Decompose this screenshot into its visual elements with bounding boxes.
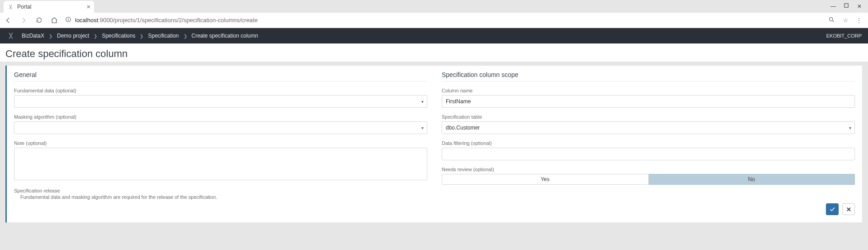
chevron-right-icon: ❯ xyxy=(140,34,143,38)
masking-algorithm-select[interactable] xyxy=(14,121,427,134)
nav-forward-icon xyxy=(19,16,28,25)
app-navbar: BizDataX ❯ Demo project ❯ Specifications… xyxy=(0,28,868,43)
breadcrumb-item[interactable]: Specifications xyxy=(102,33,135,39)
field-data-filtering: Data filtering (optional) xyxy=(442,140,855,160)
zoom-icon[interactable] xyxy=(828,16,835,24)
section-divider xyxy=(14,81,427,82)
field-column-name: Column name xyxy=(442,88,855,108)
section-divider xyxy=(442,81,855,82)
section-scope: Specification column scope Column name S… xyxy=(434,71,862,200)
needs-review-no[interactable]: No xyxy=(649,174,855,185)
field-label: Note (optional) xyxy=(14,140,427,146)
check-icon xyxy=(829,206,835,212)
address-bar[interactable]: localhost:9000/projects/1/specifications… xyxy=(65,16,822,24)
browser-toolbar: localhost:9000/projects/1/specifications… xyxy=(0,13,868,28)
chevron-right-icon: ❯ xyxy=(184,34,187,38)
section-title-general: General xyxy=(14,71,427,78)
fundamental-data-select[interactable] xyxy=(14,95,427,108)
window-minimize-icon[interactable]: — xyxy=(830,3,836,10)
browser-tab[interactable]: Portal × xyxy=(4,1,94,13)
breadcrumb-item[interactable]: Demo project xyxy=(57,33,89,39)
specification-release-body: Fundamental data and masking algorithm a… xyxy=(20,194,427,200)
url-host: localhost xyxy=(75,17,98,24)
needs-review-toggle: Yes No xyxy=(442,174,855,185)
field-masking-algorithm: Masking algorithm (optional) ▾ xyxy=(14,114,427,134)
tab-close-icon[interactable]: × xyxy=(87,3,90,10)
svg-point-3 xyxy=(68,18,68,18)
tab-title: Portal xyxy=(17,4,83,10)
window-close-icon[interactable]: ✕ xyxy=(857,3,862,10)
breadcrumb-brand[interactable]: BizDataX xyxy=(22,33,44,39)
bookmark-star-icon[interactable]: ☆ xyxy=(843,17,848,24)
browser-menu-icon[interactable]: ⋮ xyxy=(856,17,862,24)
window-controls: — ✕ xyxy=(830,0,868,13)
specification-table-select[interactable] xyxy=(442,121,855,134)
page-header: Create specification column xyxy=(0,43,868,62)
column-name-input[interactable] xyxy=(442,95,855,108)
nav-home-icon[interactable] xyxy=(50,16,59,25)
nav-back-icon[interactable] xyxy=(4,16,13,25)
chevron-right-icon: ❯ xyxy=(94,34,97,38)
field-fundamental-data: Fundamental data (optional) ▾ xyxy=(14,88,427,108)
needs-review-yes[interactable]: Yes xyxy=(442,174,649,185)
confirm-button[interactable] xyxy=(826,203,839,215)
window-maximize-icon[interactable] xyxy=(844,3,849,10)
svg-line-5 xyxy=(832,20,834,22)
nav-reload-icon[interactable] xyxy=(34,16,43,25)
tenant-label[interactable]: EKOBIT_CORP xyxy=(826,33,862,38)
breadcrumb-current: Create specification column xyxy=(192,33,258,39)
section-general: General Fundamental data (optional) ▾ Ma… xyxy=(7,71,434,200)
chevron-right-icon: ❯ xyxy=(49,34,52,38)
field-label: Data filtering (optional) xyxy=(442,140,855,146)
data-filtering-input[interactable] xyxy=(442,148,855,160)
field-note: Note (optional) xyxy=(14,140,427,182)
url-path: :9000/projects/1/specifications/2/specif… xyxy=(98,17,258,24)
tab-strip: Portal × — ✕ xyxy=(0,0,868,13)
tab-favicon-icon xyxy=(7,4,14,10)
field-label: Needs review (optional) xyxy=(442,167,855,172)
note-textarea[interactable] xyxy=(14,148,427,180)
close-icon: ✕ xyxy=(846,206,851,213)
field-needs-review: Needs review (optional) Yes No xyxy=(442,167,855,185)
field-label: Specification table xyxy=(442,114,855,120)
app-logo-icon[interactable] xyxy=(6,31,15,40)
site-info-icon[interactable] xyxy=(65,16,71,24)
field-label: Fundamental data (optional) xyxy=(14,88,427,93)
field-specification-table: Specification table ▾ xyxy=(442,114,855,134)
svg-rect-0 xyxy=(844,4,848,7)
breadcrumb-item[interactable]: Specification xyxy=(148,33,179,39)
page-title: Create specification column xyxy=(5,48,863,60)
browser-chrome: Portal × — ✕ localhost:900 xyxy=(0,0,868,28)
cancel-button[interactable]: ✕ xyxy=(842,203,855,215)
field-label: Masking algorithm (optional) xyxy=(14,114,427,120)
form-actions: ✕ xyxy=(7,200,862,215)
specification-release-head: Specification release xyxy=(14,188,427,193)
svg-point-4 xyxy=(830,17,833,21)
form-card: General Fundamental data (optional) ▾ Ma… xyxy=(5,65,863,223)
field-label: Column name xyxy=(442,88,855,93)
section-title-scope: Specification column scope xyxy=(442,71,855,78)
